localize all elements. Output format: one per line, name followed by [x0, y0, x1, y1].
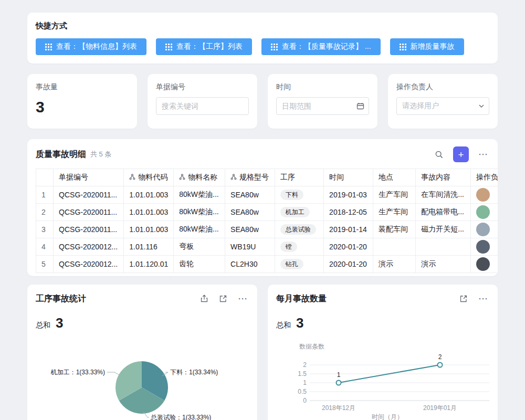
cell-time: 2019-01-14 — [324, 221, 373, 238]
cell-content: 磁力开关短... — [416, 221, 471, 238]
doc-number-search-input[interactable] — [156, 97, 249, 115]
pie-label-blanking: 下料：1(33.34%) — [170, 369, 218, 376]
avatar — [476, 188, 490, 202]
col-place[interactable]: 地点 — [373, 169, 416, 186]
cell-operator — [470, 238, 498, 256]
pie-chart: 机加工：1(33.33%) 下料：1(33.34%) 总装试验：1(33.33%… — [36, 337, 249, 420]
accident-table: 单据编号 物料代码 物料名称 规格型号 工序 时间 地点 事故内容 操作负责人 … — [36, 169, 498, 273]
col-doc-number[interactable]: 单据编号 — [54, 169, 124, 186]
row-index: 1 — [36, 186, 54, 204]
relation-icon — [179, 173, 185, 182]
cell-time: 2019-01-03 — [324, 186, 373, 204]
avatar — [476, 257, 490, 271]
cell-spec: SEA80w — [225, 186, 275, 204]
cell-place: 生产车间 — [373, 204, 416, 221]
cell-operator — [470, 256, 498, 273]
data-point[interactable] — [438, 363, 443, 368]
col-material-name[interactable]: 物料名称 — [174, 169, 225, 186]
monthly-chart-title: 每月事故数量 — [276, 293, 327, 304]
open-icon[interactable] — [218, 293, 228, 304]
add-record-button[interactable]: + — [453, 146, 469, 162]
date-range-input[interactable] — [276, 97, 369, 115]
cell-time: 2018-12-05 — [324, 204, 373, 221]
apps-icon — [400, 44, 406, 50]
line-chart: 数据条数 2 1.5 1 0.5 0 1 2 2018年12月 — [276, 337, 489, 420]
cell-process: 钻孔 — [275, 256, 323, 273]
data-point[interactable] — [337, 381, 341, 385]
y-tick: 0.5 — [298, 388, 307, 395]
cell-code: 1.01.01.003 — [124, 186, 174, 204]
search-icon[interactable] — [434, 149, 445, 160]
cell-process: 机加工 — [275, 204, 323, 221]
table-header-row: 单据编号 物料代码 物料名称 规格型号 工序 时间 地点 事故内容 操作负责人 — [36, 169, 498, 186]
col-time[interactable]: 时间 — [324, 169, 373, 186]
add-quality-accident-button[interactable]: 新增质量事故 — [390, 38, 464, 55]
avatar — [476, 223, 490, 236]
table-row[interactable]: 3 QCSG-2020011... 1.01.01.003 80kW柴油... … — [36, 221, 498, 238]
col-content[interactable]: 事故内容 — [416, 169, 471, 186]
cell-name: 齿轮 — [174, 256, 225, 273]
table-row[interactable]: 2 QCSG-2020011... 1.01.01.003 80kW柴油... … — [36, 204, 498, 221]
process-chart-title: 工序事故统计 — [36, 293, 86, 304]
view-quality-records-button[interactable]: 查看：【质量事故记录】 ... — [261, 38, 381, 55]
col-spec[interactable]: 规格型号 — [225, 169, 275, 186]
calendar-icon — [356, 102, 364, 110]
more-icon[interactable]: ⋯ — [477, 293, 489, 304]
col-material-code[interactable]: 物料代码 — [124, 169, 174, 186]
row-index: 4 — [36, 238, 54, 256]
row-index: 5 — [36, 256, 54, 273]
cell-code: 1.01.120.01 — [124, 256, 174, 273]
cell-operator — [470, 221, 498, 238]
time-filter-label: 时间 — [276, 82, 369, 92]
cell-code: 1.01.116 — [124, 238, 174, 256]
cell-doc: QCSG-2020011... — [54, 186, 124, 204]
cell-doc: QCSG-2020012... — [54, 256, 124, 273]
button-label: 新增质量事故 — [411, 42, 455, 51]
user-select[interactable]: 请选择用户 — [396, 97, 489, 115]
col-process[interactable]: 工序 — [275, 169, 323, 186]
apps-icon — [165, 44, 172, 50]
y-axis-label: 数据条数 — [299, 343, 324, 350]
cell-process: 总装试验 — [275, 221, 323, 238]
cell-spec: WB19U — [225, 238, 275, 256]
row-index: 2 — [36, 204, 54, 221]
avatar — [476, 240, 490, 254]
more-icon[interactable]: ⋯ — [477, 149, 489, 160]
x-axis-label: 时间（月） — [372, 413, 403, 420]
col-operator[interactable]: 操作负责人 — [470, 169, 498, 186]
view-process-list-button[interactable]: 查看：【工序】列表 — [156, 38, 252, 55]
shortcut-buttons: 查看：【物料信息】列表 查看：【工序】列表 查看：【质量事故记录】 ... 新增… — [36, 38, 489, 55]
apps-icon — [271, 44, 278, 50]
process-tag: 下料 — [280, 190, 303, 200]
button-label: 查看：【物料信息】列表 — [56, 42, 137, 51]
pie-total-label: 总和 — [36, 321, 50, 330]
cell-spec: SEA80w — [225, 221, 275, 238]
view-material-list-button[interactable]: 查看：【物料信息】列表 — [36, 38, 146, 55]
charts-row: 工序事故统计 ⋯ 总和 3 — [27, 285, 498, 420]
cell-code: 1.01.01.003 — [124, 221, 174, 238]
doc-number-card: 单据编号 — [148, 74, 257, 129]
more-icon[interactable]: ⋯ — [237, 293, 249, 304]
open-icon[interactable] — [458, 293, 469, 304]
table-row[interactable]: 4 QCSG-2020012... 1.01.116 弯板 WB19U 镗 20… — [36, 238, 498, 256]
operator-filter-label: 操作负责人 — [396, 82, 489, 92]
shortcuts-card: 快捷方式 查看：【物料信息】列表 查看：【工序】列表 查看：【质量事故记录】 .… — [27, 13, 498, 64]
line-total-label: 总和 — [276, 321, 291, 330]
cell-operator — [470, 186, 498, 204]
cell-doc: QCSG-2020012... — [54, 238, 124, 256]
process-chart-card: 工序事故统计 ⋯ 总和 3 — [27, 285, 257, 420]
cell-process: 镗 — [275, 238, 323, 256]
point-label: 1 — [337, 371, 341, 379]
chevron-down-icon — [478, 103, 485, 109]
cell-place: 装配车间 — [373, 221, 416, 238]
export-icon[interactable] — [199, 293, 209, 304]
cell-content — [416, 238, 471, 256]
table-row[interactable]: 5 QCSG-2020012... 1.01.120.01 齿轮 CL2H30 … — [36, 256, 498, 273]
table-row[interactable]: 1 QCSG-2020011... 1.01.01.003 80kW柴油... … — [36, 186, 498, 204]
table-title: 质量事故明细 — [36, 149, 86, 160]
accident-count-card: 事故量 3 — [27, 74, 137, 129]
accident-table-card: 质量事故明细 共 5 条 + ⋯ 单据编号 物料代码 物料名称 规格型 — [27, 139, 498, 276]
avatar — [476, 205, 490, 219]
cell-name: 弯板 — [174, 238, 225, 256]
cell-time: 2020-01-20 — [324, 256, 373, 273]
